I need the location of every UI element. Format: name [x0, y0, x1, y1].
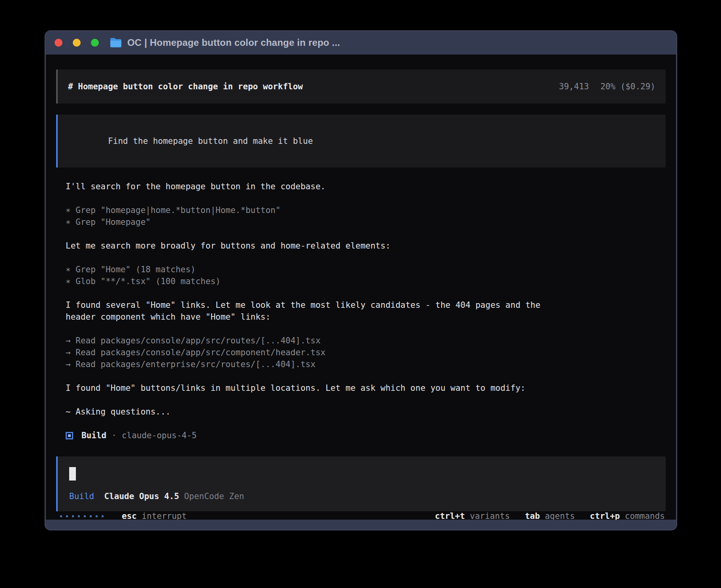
interrupt-label	[137, 511, 142, 520]
statusbar-hints: ctrl+t variantstab agentsctrl+p commands	[435, 511, 665, 520]
session-stats: 39,413 20% ($0.29)	[559, 82, 655, 91]
transcript-line	[66, 252, 666, 264]
spinner-dot	[84, 515, 86, 517]
user-message: Find the homepage button and make it blu…	[56, 115, 666, 168]
keyboard-hint: tab agents	[525, 511, 575, 520]
spinner-dot	[90, 515, 92, 517]
spinner-dots	[60, 515, 104, 517]
transcript-line: header component which have "Home" links…	[66, 311, 666, 323]
zoom-button[interactable]	[91, 39, 99, 47]
token-count: 39,413	[559, 82, 589, 91]
folder-icon	[110, 38, 122, 48]
spinner-dot	[96, 515, 98, 517]
close-button[interactable]	[55, 39, 62, 47]
input-model-label[interactable]: Claude Opus 4.5	[104, 492, 179, 501]
transcript-line	[66, 228, 666, 240]
session-title: # Homepage button color change in repo w…	[68, 82, 303, 91]
transcript-line: → Read packages/enterprise/src/routes/[.…	[66, 358, 666, 370]
transcript-line	[66, 418, 666, 430]
spinner-dot	[102, 515, 104, 517]
window-title: OC | Homepage button color change in rep…	[127, 37, 340, 48]
transcript-line	[66, 370, 666, 382]
keyboard-hint: ctrl+t variants	[435, 511, 510, 520]
transcript-line	[66, 287, 666, 299]
spinner-dot	[72, 515, 74, 517]
esc-key-hint: esc	[122, 511, 137, 520]
hint-key: ctrl+t	[435, 511, 465, 520]
terminal-content: # Homepage button color change in repo w…	[46, 55, 676, 520]
hint-key: tab	[525, 511, 540, 520]
transcript-line: I found "Home" buttons/links in multiple…	[66, 382, 666, 394]
transcript-line: Let me search more broadly for buttons a…	[66, 240, 666, 252]
transcript-line: ∗ Grep "Home" (18 matches)	[66, 264, 666, 275]
statusbar-left: esc interrupt	[57, 511, 187, 520]
input-provider-label: OpenCode Zen	[184, 492, 244, 501]
spinner-dot	[66, 515, 68, 517]
spinner-dot	[60, 515, 62, 517]
minimize-button[interactable]	[73, 39, 81, 47]
hint-label: agents	[540, 511, 575, 520]
transcript-line: I'll search for the homepage button in t…	[66, 181, 666, 192]
traffic-lights	[55, 39, 99, 47]
transcript-line: → Read packages/console/app/src/routes/[…	[66, 335, 666, 347]
context-usage: 20% ($0.29)	[600, 82, 655, 91]
agent-build-icon	[66, 432, 73, 439]
transcript-line: ∗ Glob "**/*.tsx" (100 matches)	[66, 275, 666, 287]
session-header: # Homepage button color change in repo w…	[56, 70, 666, 104]
transcript-line: ~ Asking questions...	[66, 406, 666, 418]
transcript-line	[66, 192, 666, 204]
transcript-line: ∗ Grep "Homepage"	[66, 216, 666, 228]
hint-key: ctrl+p	[590, 511, 620, 520]
spinner-dot	[78, 515, 80, 517]
transcript-line: I found several "Home" links. Let me loo…	[66, 299, 666, 311]
keyboard-hint: ctrl+p commands	[590, 511, 665, 520]
hint-label: variants	[465, 511, 510, 520]
prompt-input[interactable]: Build Claude Opus 4.5 OpenCode Zen	[56, 456, 666, 511]
transcript-line: ∗ Grep "homepage|home.*button|Home.*butt…	[66, 204, 666, 216]
transcript: I'll search for the homepage button in t…	[66, 168, 666, 430]
transcript-line	[66, 394, 666, 406]
desktop: OC | Homepage button color change in rep…	[0, 0, 721, 588]
titlebar[interactable]: OC | Homepage button color change in rep…	[45, 31, 677, 55]
hint-label: commands	[620, 511, 665, 520]
interrupt-label-text: interrupt	[142, 511, 187, 520]
input-agent-label[interactable]: Build	[69, 492, 94, 501]
agent-model: claude-opus-4-5	[122, 430, 197, 441]
transcript-line	[66, 323, 666, 335]
agent-name: Build	[81, 430, 106, 441]
user-message-text: Find the homepage button and make it blu…	[108, 136, 313, 146]
text-cursor	[69, 467, 76, 481]
agent-status-line: Build · claude-opus-4-5	[66, 430, 666, 441]
status-bar: esc interrupt ctrl+t variantstab agentsc…	[56, 511, 666, 520]
transcript-line: → Read packages/console/app/src/componen…	[66, 347, 666, 358]
input-meta: Build Claude Opus 4.5 OpenCode Zen	[69, 492, 654, 501]
agent-separator: ·	[111, 430, 117, 441]
terminal-window: OC | Homepage button color change in rep…	[45, 30, 677, 530]
